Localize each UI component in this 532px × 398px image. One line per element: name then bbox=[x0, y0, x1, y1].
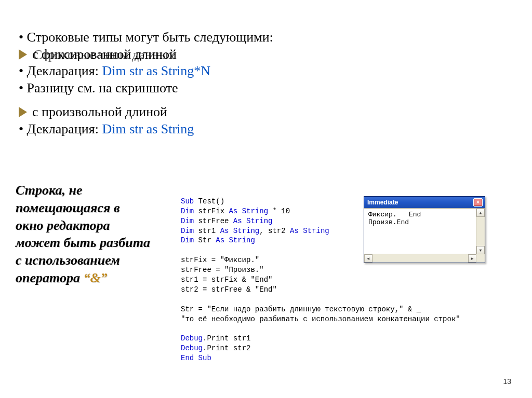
code-l13: "то её необходимо разбивать с использова… bbox=[181, 315, 460, 323]
close-icon[interactable]: × bbox=[473, 198, 483, 207]
scroll-down-icon[interactable]: ▼ bbox=[476, 246, 485, 254]
kw-sub: Sub bbox=[181, 197, 194, 205]
note-line-2: помещающаяся в bbox=[16, 199, 171, 217]
bullet-declaration-fixed: Декларация: Dim str as String*N bbox=[19, 63, 507, 80]
kw-end-sub: End Sub bbox=[181, 354, 211, 362]
bullet-variable-length: с произвольной длиной bbox=[19, 104, 507, 121]
immediate-titlebar[interactable]: Immediate × bbox=[364, 197, 485, 208]
code-l01b: Test() bbox=[194, 197, 224, 205]
immediate-client[interactable]: Фиксир. End Произв.End ▲ ▼ ◄ ► bbox=[364, 208, 485, 263]
immediate-title: Immediate bbox=[367, 199, 398, 206]
immediate-line-1: Фиксир. End bbox=[368, 211, 421, 218]
ampersand-operator: “&” bbox=[83, 270, 107, 285]
scroll-left-icon[interactable]: ◄ bbox=[364, 254, 373, 263]
bullet-declaration-var: Декларация: Dim str as String bbox=[19, 121, 507, 138]
kw-as-string: As String bbox=[290, 227, 329, 235]
note-line-6: оператора “&” bbox=[16, 269, 171, 287]
decl-fixed-prefix: Декларация: bbox=[27, 63, 102, 78]
bullet-fixed-length: с фиксированной длиной bbox=[19, 46, 507, 63]
kw-dim: Dim bbox=[181, 217, 194, 225]
scrollbar-horizontal[interactable]: ◄ ► bbox=[364, 254, 476, 263]
fixed-length-label: с фиксированной длиной bbox=[32, 47, 177, 62]
kw-as-string: As String bbox=[233, 217, 273, 225]
kw-debug: Debug bbox=[181, 334, 203, 342]
kw-debug: Debug bbox=[181, 344, 203, 352]
kw-as-string: As String bbox=[220, 227, 260, 235]
code-l04b: str1 bbox=[194, 227, 220, 235]
slide: Строковые типы могут быть следующими: Ст… bbox=[0, 0, 532, 398]
code-l05b: Str bbox=[194, 236, 216, 244]
code-l12: Str = "Если надо разбить длинную текстов… bbox=[181, 305, 421, 313]
note-paragraph: Строка, не помещающаяся в окно редактора… bbox=[16, 182, 171, 287]
scrollbar-corner bbox=[476, 254, 485, 263]
decl-fixed-code: Dim str as String*N bbox=[102, 63, 210, 78]
triangle-bullet-icon bbox=[19, 107, 27, 117]
top-text-block: Строковые типы могут быть следующими: Ст… bbox=[19, 29, 507, 138]
code-l10: str2 = strFree & "End" bbox=[181, 285, 277, 294]
note-line-4: может быть разбита bbox=[16, 234, 171, 252]
code-l09: str1 = strFix & "End" bbox=[181, 276, 272, 284]
code-l15b: .Print str1 bbox=[203, 334, 250, 342]
code-l02d: * 10 bbox=[268, 207, 290, 215]
kw-dim: Dim bbox=[181, 207, 194, 215]
code-l08: strFree = "Произв." bbox=[181, 266, 264, 274]
scroll-up-icon[interactable]: ▲ bbox=[476, 209, 485, 217]
code-l04d: , str2 bbox=[259, 227, 290, 235]
decl-var-code: Dim str as String bbox=[102, 121, 194, 136]
note-line-6a: оператора bbox=[16, 270, 83, 285]
decl-var-prefix: Декларация: bbox=[27, 121, 102, 136]
code-l07: strFix = "Фиксир." bbox=[181, 256, 259, 264]
triangle-bullet-icon bbox=[19, 49, 27, 60]
code-l03b: strFree bbox=[194, 217, 233, 225]
immediate-line-2: Произв.End bbox=[368, 218, 409, 226]
note-line-1: Строка, не bbox=[16, 182, 171, 199]
kw-dim: Dim bbox=[181, 227, 194, 235]
code-l16b: .Print str2 bbox=[203, 344, 250, 352]
immediate-window: Immediate × Фиксир. End Произв.End ▲ ▼ ◄… bbox=[364, 196, 485, 263]
scrollbar-vertical[interactable]: ▲ ▼ bbox=[476, 209, 485, 254]
scroll-right-icon[interactable]: ► bbox=[468, 254, 476, 263]
page-number: 13 bbox=[503, 377, 511, 386]
note-line-3: окно редактора bbox=[16, 217, 171, 235]
bullet-see-screenshot: Разницу см. на скриншоте bbox=[19, 80, 507, 97]
kw-as-string: As String bbox=[216, 236, 255, 244]
bullet-string-types: Строковые типы могут быть следующими: bbox=[19, 29, 507, 46]
note-line-5: с использованием bbox=[16, 252, 171, 269]
kw-as-string: As String bbox=[229, 207, 268, 215]
variable-length-label: с произвольной длиной bbox=[32, 104, 167, 119]
code-l02b: strFix bbox=[194, 207, 229, 215]
kw-dim: Dim bbox=[181, 236, 194, 244]
